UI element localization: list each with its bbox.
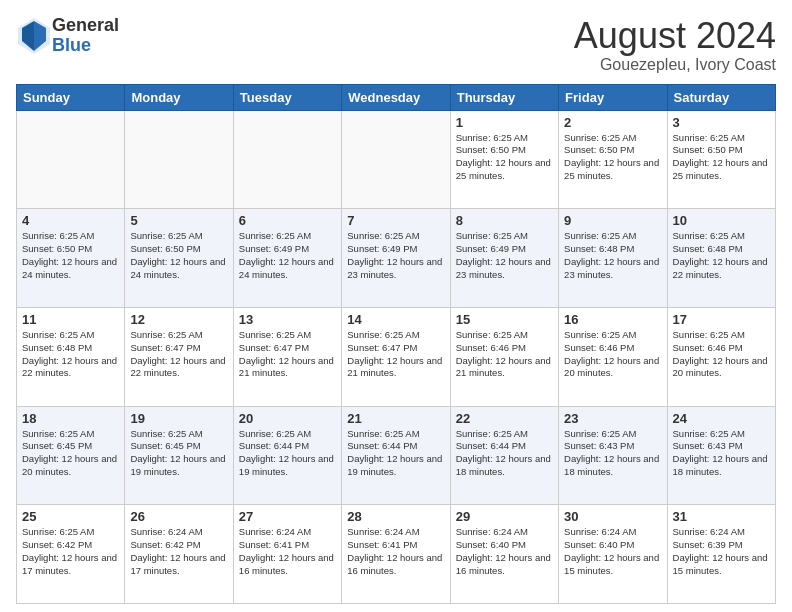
col-friday: Friday [559,84,667,110]
day-info: Sunrise: 6:25 AM Sunset: 6:50 PM Dayligh… [456,132,553,183]
table-row [342,110,450,209]
day-info: Sunrise: 6:24 AM Sunset: 6:42 PM Dayligh… [130,526,227,577]
col-sunday: Sunday [17,84,125,110]
day-number: 30 [564,509,661,524]
day-info: Sunrise: 6:25 AM Sunset: 6:43 PM Dayligh… [673,428,770,479]
page: General Blue August 2024 Gouezepleu, Ivo… [0,0,792,612]
day-info: Sunrise: 6:25 AM Sunset: 6:49 PM Dayligh… [347,230,444,281]
day-info: Sunrise: 6:25 AM Sunset: 6:44 PM Dayligh… [456,428,553,479]
table-row: 13Sunrise: 6:25 AM Sunset: 6:47 PM Dayli… [233,307,341,406]
table-row: 30Sunrise: 6:24 AM Sunset: 6:40 PM Dayli… [559,505,667,604]
day-number: 25 [22,509,119,524]
table-row: 15Sunrise: 6:25 AM Sunset: 6:46 PM Dayli… [450,307,558,406]
col-monday: Monday [125,84,233,110]
day-number: 9 [564,213,661,228]
day-number: 29 [456,509,553,524]
table-row: 2Sunrise: 6:25 AM Sunset: 6:50 PM Daylig… [559,110,667,209]
day-info: Sunrise: 6:25 AM Sunset: 6:48 PM Dayligh… [22,329,119,380]
day-number: 27 [239,509,336,524]
table-row [233,110,341,209]
day-number: 10 [673,213,770,228]
table-row: 4Sunrise: 6:25 AM Sunset: 6:50 PM Daylig… [17,209,125,308]
day-info: Sunrise: 6:25 AM Sunset: 6:45 PM Dayligh… [130,428,227,479]
table-row: 6Sunrise: 6:25 AM Sunset: 6:49 PM Daylig… [233,209,341,308]
day-number: 28 [347,509,444,524]
day-info: Sunrise: 6:25 AM Sunset: 6:48 PM Dayligh… [673,230,770,281]
day-info: Sunrise: 6:25 AM Sunset: 6:48 PM Dayligh… [564,230,661,281]
day-number: 18 [22,411,119,426]
col-wednesday: Wednesday [342,84,450,110]
day-number: 14 [347,312,444,327]
day-number: 23 [564,411,661,426]
day-info: Sunrise: 6:25 AM Sunset: 6:46 PM Dayligh… [564,329,661,380]
calendar-table: Sunday Monday Tuesday Wednesday Thursday… [16,84,776,604]
day-number: 3 [673,115,770,130]
table-row: 20Sunrise: 6:25 AM Sunset: 6:44 PM Dayli… [233,406,341,505]
table-row: 28Sunrise: 6:24 AM Sunset: 6:41 PM Dayli… [342,505,450,604]
table-row: 7Sunrise: 6:25 AM Sunset: 6:49 PM Daylig… [342,209,450,308]
day-number: 8 [456,213,553,228]
day-info: Sunrise: 6:25 AM Sunset: 6:47 PM Dayligh… [239,329,336,380]
day-info: Sunrise: 6:25 AM Sunset: 6:50 PM Dayligh… [673,132,770,183]
calendar-header-row: Sunday Monday Tuesday Wednesday Thursday… [17,84,776,110]
day-number: 15 [456,312,553,327]
table-row: 12Sunrise: 6:25 AM Sunset: 6:47 PM Dayli… [125,307,233,406]
table-row [17,110,125,209]
table-row: 27Sunrise: 6:24 AM Sunset: 6:41 PM Dayli… [233,505,341,604]
calendar-week-4: 18Sunrise: 6:25 AM Sunset: 6:45 PM Dayli… [17,406,776,505]
table-row: 21Sunrise: 6:25 AM Sunset: 6:44 PM Dayli… [342,406,450,505]
day-number: 6 [239,213,336,228]
main-title: August 2024 [574,16,776,56]
day-info: Sunrise: 6:24 AM Sunset: 6:40 PM Dayligh… [564,526,661,577]
day-number: 13 [239,312,336,327]
day-info: Sunrise: 6:25 AM Sunset: 6:50 PM Dayligh… [564,132,661,183]
day-number: 1 [456,115,553,130]
table-row: 1Sunrise: 6:25 AM Sunset: 6:50 PM Daylig… [450,110,558,209]
day-info: Sunrise: 6:25 AM Sunset: 6:46 PM Dayligh… [673,329,770,380]
subtitle: Gouezepleu, Ivory Coast [574,56,776,74]
table-row [125,110,233,209]
table-row: 3Sunrise: 6:25 AM Sunset: 6:50 PM Daylig… [667,110,775,209]
day-info: Sunrise: 6:25 AM Sunset: 6:43 PM Dayligh… [564,428,661,479]
calendar-week-5: 25Sunrise: 6:25 AM Sunset: 6:42 PM Dayli… [17,505,776,604]
day-number: 26 [130,509,227,524]
table-row: 10Sunrise: 6:25 AM Sunset: 6:48 PM Dayli… [667,209,775,308]
day-info: Sunrise: 6:24 AM Sunset: 6:41 PM Dayligh… [347,526,444,577]
table-row: 23Sunrise: 6:25 AM Sunset: 6:43 PM Dayli… [559,406,667,505]
table-row: 31Sunrise: 6:24 AM Sunset: 6:39 PM Dayli… [667,505,775,604]
table-row: 8Sunrise: 6:25 AM Sunset: 6:49 PM Daylig… [450,209,558,308]
table-row: 5Sunrise: 6:25 AM Sunset: 6:50 PM Daylig… [125,209,233,308]
table-row: 18Sunrise: 6:25 AM Sunset: 6:45 PM Dayli… [17,406,125,505]
col-thursday: Thursday [450,84,558,110]
table-row: 14Sunrise: 6:25 AM Sunset: 6:47 PM Dayli… [342,307,450,406]
logo: General Blue [16,16,119,56]
day-number: 11 [22,312,119,327]
day-number: 17 [673,312,770,327]
table-row: 26Sunrise: 6:24 AM Sunset: 6:42 PM Dayli… [125,505,233,604]
col-saturday: Saturday [667,84,775,110]
day-info: Sunrise: 6:25 AM Sunset: 6:47 PM Dayligh… [347,329,444,380]
day-number: 2 [564,115,661,130]
day-number: 24 [673,411,770,426]
header: General Blue August 2024 Gouezepleu, Ivo… [16,16,776,74]
calendar-week-1: 1Sunrise: 6:25 AM Sunset: 6:50 PM Daylig… [17,110,776,209]
day-number: 20 [239,411,336,426]
table-row: 29Sunrise: 6:24 AM Sunset: 6:40 PM Dayli… [450,505,558,604]
day-info: Sunrise: 6:24 AM Sunset: 6:41 PM Dayligh… [239,526,336,577]
logo-general: General [52,16,119,36]
day-info: Sunrise: 6:25 AM Sunset: 6:44 PM Dayligh… [347,428,444,479]
table-row: 17Sunrise: 6:25 AM Sunset: 6:46 PM Dayli… [667,307,775,406]
day-info: Sunrise: 6:25 AM Sunset: 6:42 PM Dayligh… [22,526,119,577]
day-info: Sunrise: 6:25 AM Sunset: 6:49 PM Dayligh… [456,230,553,281]
table-row: 9Sunrise: 6:25 AM Sunset: 6:48 PM Daylig… [559,209,667,308]
calendar-week-3: 11Sunrise: 6:25 AM Sunset: 6:48 PM Dayli… [17,307,776,406]
day-number: 7 [347,213,444,228]
day-number: 12 [130,312,227,327]
day-number: 16 [564,312,661,327]
day-info: Sunrise: 6:24 AM Sunset: 6:40 PM Dayligh… [456,526,553,577]
day-info: Sunrise: 6:25 AM Sunset: 6:45 PM Dayligh… [22,428,119,479]
day-info: Sunrise: 6:25 AM Sunset: 6:50 PM Dayligh… [130,230,227,281]
day-info: Sunrise: 6:25 AM Sunset: 6:49 PM Dayligh… [239,230,336,281]
day-number: 19 [130,411,227,426]
table-row: 24Sunrise: 6:25 AM Sunset: 6:43 PM Dayli… [667,406,775,505]
